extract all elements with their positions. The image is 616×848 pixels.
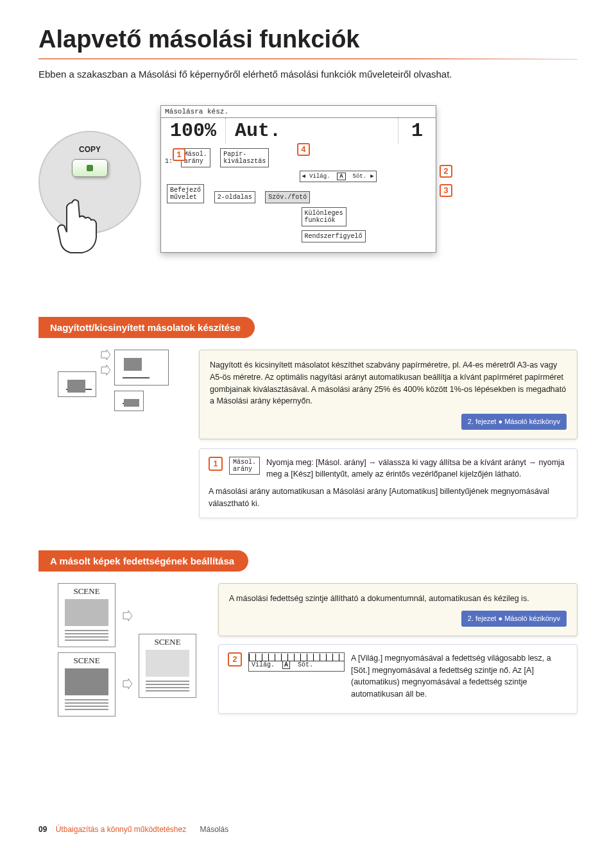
thumb-reduced <box>114 391 144 411</box>
density-control[interactable]: Világ. A Söt. <box>248 652 345 672</box>
section1-tab: Nagyított/kicsinyített másolatok készíté… <box>38 317 255 338</box>
copy-label: COPY <box>79 145 101 154</box>
arrow-right-icon <box>122 611 132 621</box>
badge-2: 2 <box>440 165 452 178</box>
scene-original-2: SCENE <box>58 652 116 717</box>
title-underline <box>38 58 578 60</box>
page-number: 09 <box>38 825 47 834</box>
screen-zoom: 100% <box>161 118 226 144</box>
section2-tab: A másolt képek fedettségének beállítása <box>38 550 248 572</box>
copy-button-circle: COPY <box>38 131 141 233</box>
section1-body: Nagyított és kicsinyített másolatot kész… <box>38 350 578 439</box>
thumb-original <box>58 371 96 397</box>
resize-thumbs <box>58 350 186 439</box>
intro-text: Ebben a szakaszban a Másolási fő képerny… <box>38 69 578 80</box>
density-bar[interactable]: Világ. A Söt. <box>300 171 377 182</box>
device-screen: Másolásra kész. 100% Aut. 1 1: Másol. ar… <box>160 105 436 253</box>
screen-copies: 1 <box>398 120 436 142</box>
footer-guide: Útbaigazítás a könnyű működtetéshez <box>56 825 186 834</box>
finish-button[interactable]: Befejező művelet <box>167 184 204 203</box>
section1-description: Nagyított és kicsinyített másolatot kész… <box>199 350 578 439</box>
section1-step: 1 Másol. arány Nyomja meg: [Másol. arány… <box>199 448 578 518</box>
copy-hardware-button[interactable] <box>72 159 108 177</box>
page-title: Alapvető másolási funkciók <box>38 26 578 53</box>
section2-description: A másolási fedettség szintje állítható a… <box>218 583 578 636</box>
scene-thumbs: SCENE SCENE SCENE <box>38 583 205 717</box>
scene-original-1: SCENE <box>58 583 116 647</box>
screen-status: Másolásra kész. <box>161 106 436 118</box>
step-number-1: 1 <box>209 457 223 471</box>
step2-text: A [Világ.] megnyomásával a fedettség vil… <box>351 652 568 700</box>
footer-section: Másolás <box>200 825 229 834</box>
system-monitor-button[interactable]: Rendszerfigyelő <box>302 230 366 242</box>
copy-screen-figure: COPY Másolásra kész. 100% Aut. 1 1: Máso… <box>38 105 578 272</box>
two-sided-button[interactable]: 2-oldalas <box>214 191 255 203</box>
step1-text: Nyomja meg: [Másol. arány] → válassza ki… <box>266 457 568 481</box>
section2-body: SCENE SCENE SCENE A másolási fedettség s… <box>38 583 578 717</box>
text-photo-button[interactable]: Szöv./fotó <box>265 191 310 203</box>
badge-1: 1 <box>173 148 185 161</box>
arrow-right-icon <box>100 365 110 375</box>
ratio-mini-button[interactable]: Másol. arány <box>229 457 260 475</box>
badge-3: 3 <box>440 184 452 197</box>
chapter-reference: 2. fejezet ● Másoló kézikönyv <box>461 414 567 430</box>
step-number-2: 2 <box>228 652 242 666</box>
step1-note: A másolási arány automatikusan a Másolás… <box>209 486 568 510</box>
special-functions-button[interactable]: Különleges funkciók <box>302 207 346 226</box>
section2-step: 2 Világ. A Söt. A [Világ.] megnyomásával… <box>218 644 578 714</box>
badge-4: 4 <box>297 143 310 156</box>
scene-result: SCENE <box>139 634 196 698</box>
ratio-index: 1: <box>165 158 173 165</box>
chapter-reference-2: 2. fejezet ● Másoló kézikönyv <box>461 611 567 627</box>
paper-select-button[interactable]: Papír- kiválasztás <box>220 148 269 167</box>
screen-mode: Aut. <box>226 118 398 144</box>
pointing-hand-icon <box>53 196 104 254</box>
thumb-enlarged <box>114 350 169 386</box>
arrow-right-icon <box>100 350 110 360</box>
arrow-right-icon <box>122 679 132 689</box>
page-footer: 09 Útbaigazítás a könnyű működtetéshez M… <box>38 825 228 834</box>
